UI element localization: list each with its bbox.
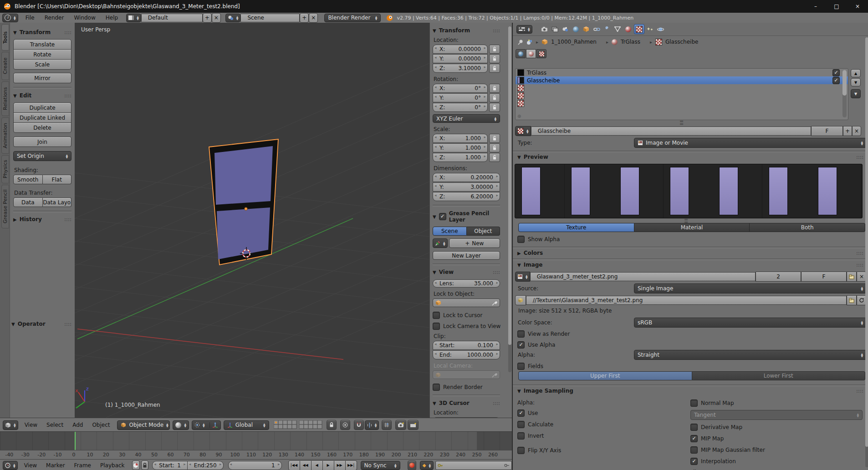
upper-first-button[interactable]: Upper First bbox=[518, 371, 692, 380]
lower-first-button[interactable]: Lower First bbox=[692, 371, 866, 380]
texture-slot-row[interactable]: Glasscheibe bbox=[516, 76, 848, 84]
list-scrollbar[interactable] bbox=[842, 70, 847, 117]
jump-to-end-button[interactable]: ▶▶| bbox=[346, 460, 357, 470]
number-field[interactable]: ◂X:0.00000▸ bbox=[433, 45, 488, 54]
scene-name-field[interactable]: Scene bbox=[240, 14, 300, 22]
grease-pencil-checkbox[interactable] bbox=[439, 213, 446, 220]
editor-type-button[interactable]: ▲▼ bbox=[516, 25, 532, 34]
use-preview-range-icon[interactable] bbox=[132, 460, 140, 470]
pivot-center-select[interactable]: ▲▼ bbox=[192, 420, 221, 430]
lock-range-icon[interactable] bbox=[141, 460, 148, 470]
panel-drag-dots[interactable]: :::: bbox=[856, 389, 863, 394]
lock-icon[interactable] bbox=[489, 64, 500, 73]
duplicate-button[interactable]: Duplicate bbox=[13, 102, 71, 113]
breadcrumb-material[interactable]: TrGlass bbox=[621, 39, 640, 45]
fields-checkbox[interactable] bbox=[517, 363, 525, 370]
open-image-button[interactable] bbox=[847, 272, 857, 282]
mip-map-checkbox[interactable] bbox=[690, 435, 698, 442]
preview-panel-header[interactable]: ▼ Preview :::: bbox=[517, 154, 863, 160]
layers-grid-1[interactable] bbox=[274, 420, 297, 430]
shade-flat-button[interactable]: Flat bbox=[43, 175, 72, 184]
lock-icon[interactable] bbox=[489, 153, 500, 162]
timeline-ruler[interactable]: -40-30-20-100102030405060708090100110120… bbox=[0, 450, 512, 460]
number-field[interactable]: ◂X:1.000▸ bbox=[433, 134, 488, 143]
color-space-select[interactable]: sRGB ▲▼ bbox=[634, 318, 867, 328]
tab-create[interactable]: Create bbox=[1, 52, 9, 80]
delete-button[interactable]: Delete bbox=[13, 123, 71, 133]
menu-playback[interactable]: Playback bbox=[98, 462, 127, 469]
gp-new-button[interactable]: + New bbox=[449, 238, 500, 248]
current-frame-field[interactable]: ◂1▸ bbox=[228, 461, 282, 470]
source-select[interactable]: Single Image ▲▼ bbox=[634, 283, 867, 293]
panel-drag-dots[interactable]: :::: bbox=[493, 401, 500, 406]
data-transfer-data-button[interactable]: Data bbox=[13, 197, 43, 207]
transform-panel-header[interactable]: ▼ Transform :::: bbox=[433, 27, 506, 34]
keying-set-dropdown[interactable]: ◆ ▲▼ bbox=[420, 461, 434, 470]
n-panel-scrollbar[interactable] bbox=[508, 26, 511, 372]
minimize-button[interactable]: – bbox=[805, 0, 826, 13]
render-opengl-anim-icon[interactable] bbox=[408, 420, 419, 430]
edit-panel-header[interactable]: ▼ Edit :::: bbox=[13, 92, 71, 99]
texture-name-field[interactable]: Glasscheibe bbox=[531, 126, 811, 136]
menu-render[interactable]: Render bbox=[43, 15, 66, 21]
grease-pencil-panel-header[interactable]: ▼ Grease Pencil Layer bbox=[433, 210, 506, 223]
panel-drag-dots[interactable]: :::: bbox=[493, 270, 500, 275]
panel-drag-dots[interactable]: :::: bbox=[493, 28, 500, 33]
lock-icon[interactable] bbox=[489, 54, 500, 63]
lock-icon[interactable] bbox=[489, 134, 500, 143]
alpha-mode-select[interactable]: Straight ▲▼ bbox=[634, 350, 867, 360]
3d-viewport[interactable]: User Persp x z (1) 1_1000_Rahmen bbox=[75, 23, 429, 418]
history-panel-header[interactable]: ▶ History :::: bbox=[13, 216, 71, 222]
add-scene-button[interactable]: + bbox=[300, 13, 309, 23]
texture-context-material-icon[interactable] bbox=[526, 49, 536, 58]
editor-type-button[interactable]: ▲▼ bbox=[3, 461, 18, 470]
add-layout-button[interactable]: + bbox=[203, 13, 212, 23]
menu-add[interactable]: Add bbox=[71, 422, 85, 428]
view-panel-header[interactable]: ▼ View :::: bbox=[433, 269, 506, 275]
context-scene-icon[interactable] bbox=[561, 25, 570, 34]
number-field[interactable]: ◂Z:1.000▸ bbox=[433, 153, 488, 162]
colors-panel-header[interactable]: ▶ Colors :::: bbox=[517, 250, 863, 256]
texture-slot-row[interactable] bbox=[516, 92, 848, 100]
context-physics-icon[interactable] bbox=[656, 25, 665, 34]
show-alpha-checkbox[interactable] bbox=[517, 236, 525, 243]
context-particles-icon[interactable] bbox=[645, 25, 655, 34]
rotate-button[interactable]: Rotate bbox=[13, 50, 71, 60]
editor-type-button[interactable]: i ▲▼ bbox=[2, 14, 18, 22]
image-fake-user-button[interactable]: F bbox=[801, 272, 847, 282]
local-camera-field[interactable] bbox=[433, 370, 500, 379]
panel-drag-dots[interactable]: :::: bbox=[856, 263, 863, 268]
preview-material-button[interactable]: Material bbox=[634, 223, 750, 232]
gp-object-button[interactable]: Object bbox=[467, 227, 500, 236]
jump-to-start-button[interactable]: |◀◀ bbox=[288, 460, 300, 470]
rotation-mode-select[interactable]: XYZ Euler▲▼ bbox=[433, 114, 500, 123]
tab-physics[interactable]: Physics bbox=[1, 155, 9, 183]
delete-layout-button[interactable]: × bbox=[212, 13, 221, 23]
tab-animation[interactable]: Animation bbox=[1, 117, 9, 154]
screen-layout-name-field[interactable]: Default bbox=[141, 14, 203, 22]
preview-both-button[interactable]: Both bbox=[750, 223, 865, 232]
mirror-button[interactable]: Mirror bbox=[13, 73, 71, 83]
eyedropper-icon[interactable] bbox=[492, 300, 497, 306]
scale-button[interactable]: Scale bbox=[13, 60, 71, 70]
snap-magnet-icon[interactable] bbox=[354, 420, 364, 430]
viewport-shading-select[interactable]: ▲▼ bbox=[173, 420, 189, 430]
editor-type-button[interactable]: ▲▼ bbox=[3, 420, 18, 430]
delete-scene-button[interactable]: × bbox=[309, 13, 318, 23]
operator-panel-header[interactable]: ▼ Operator :::: bbox=[11, 321, 71, 327]
panel-drag-dots[interactable]: :::: bbox=[64, 93, 71, 98]
texture-slot-row[interactable]: TrGlass bbox=[516, 69, 848, 76]
use-alpha-checkbox[interactable] bbox=[517, 341, 525, 349]
current-frame-playhead[interactable] bbox=[75, 432, 76, 450]
number-field[interactable]: ◂Y:0.00000▸ bbox=[433, 54, 488, 63]
prev-keyframe-button[interactable]: ◀◀ bbox=[300, 460, 311, 470]
gp-scene-button[interactable]: Scene bbox=[433, 227, 467, 236]
slot-specials-menu[interactable]: ▼ bbox=[851, 89, 861, 98]
set-origin-dropdown[interactable]: Set Origin ▲▼ bbox=[13, 151, 71, 161]
snap-grid-icon[interactable] bbox=[382, 420, 392, 430]
shade-smooth-button[interactable]: Smooth bbox=[13, 175, 43, 184]
texture-context-world-icon[interactable] bbox=[516, 49, 526, 58]
menu-view[interactable]: View bbox=[22, 462, 39, 469]
lock-icon[interactable] bbox=[489, 103, 500, 112]
lock-to-scene-icon[interactable] bbox=[327, 420, 337, 430]
